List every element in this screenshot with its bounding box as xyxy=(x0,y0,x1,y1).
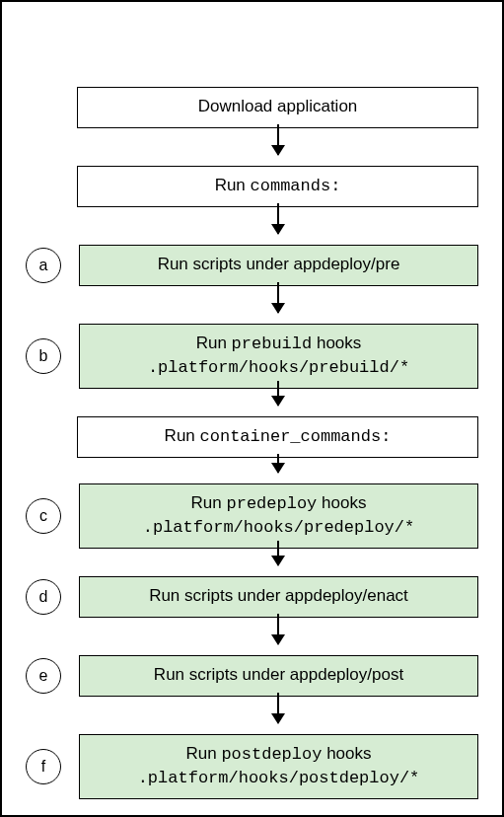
step-box-appdeploy-post: Run scripts under appdeploy/post xyxy=(79,655,478,697)
step-label-e: e xyxy=(26,658,61,694)
step-box-container-commands: Run container_commands: xyxy=(77,416,478,458)
step-text: Run scripts under appdeploy/pre xyxy=(158,255,400,273)
step-box-appdeploy-enact: Run scripts under appdeploy/enact xyxy=(79,576,478,618)
flow-arrow xyxy=(277,454,279,473)
step-box-appdeploy-pre: Run scripts under appdeploy/pre xyxy=(79,245,478,286)
step-row-6: c Run predeploy hooks .platform/hooks/pr… xyxy=(26,483,478,549)
step-box-postdeploy: Run postdeploy hooks .platform/hooks/pos… xyxy=(79,734,478,799)
flow-arrow xyxy=(277,381,279,406)
step-text: Run xyxy=(215,176,251,194)
step-row-3: a Run scripts under appdeploy/pre xyxy=(26,245,478,286)
label-text: a xyxy=(39,257,48,274)
step-text: Run scripts under appdeploy/enact xyxy=(149,586,408,605)
label-text: c xyxy=(39,507,47,525)
step-label-c: c xyxy=(26,498,61,534)
step-label-a: a xyxy=(26,248,61,283)
step-text: hooks xyxy=(322,744,371,763)
step-label-d: d xyxy=(26,579,61,615)
step-row-7: d Run scripts under appdeploy/enact xyxy=(26,576,478,618)
step-text-mono: predeploy xyxy=(227,494,318,513)
step-text: Run xyxy=(191,493,227,512)
diagram-canvas: Download application Run commands: a Run… xyxy=(0,0,504,817)
step-text: hooks xyxy=(312,334,361,352)
step-text-mono: postdeploy xyxy=(221,745,322,764)
step-row-8: e Run scripts under appdeploy/post xyxy=(26,655,478,697)
step-row-1: Download application xyxy=(26,87,478,128)
flow-arrow xyxy=(277,541,279,565)
step-label-f: f xyxy=(26,749,61,784)
step-text: Run scripts under appdeploy/post xyxy=(154,665,403,684)
step-row-9: f Run postdeploy hooks .platform/hooks/p… xyxy=(26,734,478,799)
step-box-predeploy: Run predeploy hooks .platform/hooks/pred… xyxy=(79,483,478,549)
flow-arrow xyxy=(277,124,279,155)
step-row-4: b Run prebuild hooks .platform/hooks/pre… xyxy=(26,324,478,389)
step-text: Run xyxy=(196,334,232,352)
flow-arrow xyxy=(277,693,279,723)
step-text: Run xyxy=(165,426,200,445)
step-text: Run xyxy=(185,744,221,763)
step-text: Download application xyxy=(198,97,358,115)
step-text: hooks xyxy=(317,493,366,512)
step-label-b: b xyxy=(26,338,61,374)
step-text-mono: .platform/hooks/predeploy/* xyxy=(143,518,414,537)
flow-arrow xyxy=(277,203,279,234)
step-row-2: Run commands: xyxy=(26,166,478,207)
flow-arrow xyxy=(277,614,279,644)
step-text-mono: commands: xyxy=(251,177,341,195)
label-text: d xyxy=(39,588,48,606)
step-text-mono: .platform/hooks/postdeploy/* xyxy=(138,769,420,787)
step-box-prebuild: Run prebuild hooks .platform/hooks/prebu… xyxy=(79,324,478,389)
flow-arrow xyxy=(277,282,279,313)
label-text: f xyxy=(41,758,45,776)
label-text: b xyxy=(39,347,48,365)
step-text-mono: .platform/hooks/prebuild/* xyxy=(148,358,409,377)
step-text-mono: prebuild xyxy=(232,334,313,353)
step-box-download: Download application xyxy=(77,87,478,128)
step-row-5: Run container_commands: xyxy=(26,416,478,458)
step-text-mono: container_commands: xyxy=(200,427,392,446)
step-box-commands: Run commands: xyxy=(77,166,478,207)
label-text: e xyxy=(39,667,48,685)
